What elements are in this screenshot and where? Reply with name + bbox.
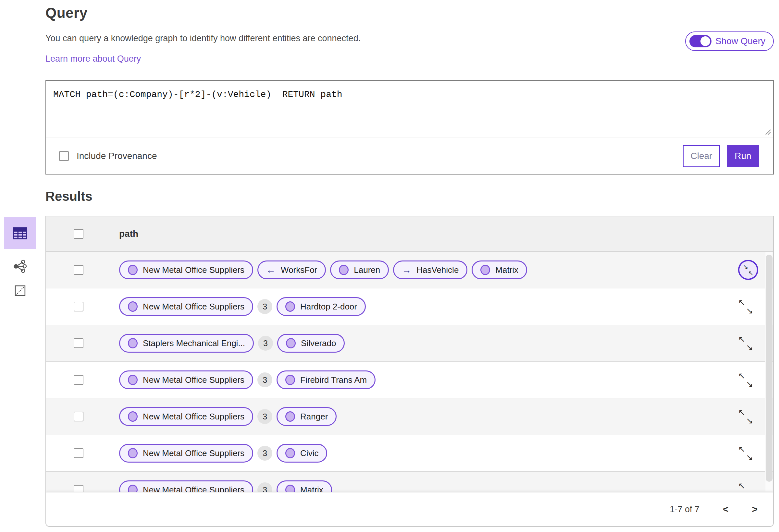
node-pill[interactable]: Lauren [330,261,389,279]
collapsed-hops-count-badge[interactable]: 3 [257,299,272,314]
previous-page-button[interactable]: < [723,504,729,515]
graph-icon [13,259,27,273]
node-pill[interactable]: Hardtop 2-door [277,297,366,316]
show-query-toggle[interactable]: Show Query [685,31,774,51]
expand-row-button[interactable]: ↖↘ [738,373,753,387]
table-header-row: path [46,216,773,252]
node-circle-icon [480,265,490,275]
arrow-left-icon: ← [266,265,276,275]
graph-view-button[interactable] [13,259,27,273]
toggle-switch-icon[interactable] [690,35,712,47]
node-circle-icon [285,411,295,422]
row-checkbox[interactable] [74,302,83,312]
pill-label: Hardtop 2-door [300,302,357,312]
pill-label: HasVehicle [416,265,459,275]
row-checkbox[interactable] [74,448,83,458]
results-title: Results [46,189,774,204]
view-switcher-rail [4,217,36,297]
next-page-button[interactable]: > [752,504,758,515]
map-view-button[interactable] [13,284,27,297]
pill-label: Ranger [300,412,328,422]
pill-label: New Metal Office Suppliers [143,412,244,422]
node-pill[interactable]: New Metal Office Suppliers [119,297,253,316]
results-table: path New Metal Office Suppliers←WorksFor… [46,216,774,527]
expand-row-button[interactable]: ↖↘ [738,336,753,351]
include-provenance-label: Include Provenance [77,151,157,161]
pill-label: New Metal Office Suppliers [143,375,244,385]
pill-label: Silverado [301,338,336,348]
row-checkbox[interactable] [74,265,83,275]
run-button[interactable]: Run [727,145,759,167]
node-pill[interactable]: New Metal Office Suppliers [119,261,253,279]
pill-label: New Metal Office Suppliers [143,302,244,312]
collapsed-hops-count-badge[interactable]: 3 [257,373,272,387]
table-row: New Metal Office Suppliers←WorksForLaure… [46,252,773,288]
pill-label: Firebird Trans Am [300,375,367,385]
node-pill[interactable]: Civic [277,444,327,463]
edge-pill[interactable]: →HasVehicle [393,261,467,279]
node-pill[interactable]: New Metal Office Suppliers [119,407,253,426]
node-circle-icon [128,375,138,385]
select-all-checkbox[interactable] [74,229,83,239]
table-row: New Metal Office Suppliers3Civic↖↘ [46,435,773,472]
expand-row-button[interactable]: ↖↘ [738,409,753,424]
node-circle-icon [128,302,138,312]
pill-label: Lauren [354,265,380,275]
collapse-row-button[interactable]: ↘↖ [738,260,758,280]
clear-button[interactable]: Clear [683,145,720,167]
node-pill[interactable]: New Metal Office Suppliers [119,444,253,463]
learn-more-link[interactable]: Learn more about Query [46,54,141,64]
include-provenance-checkbox[interactable] [59,151,69,161]
node-pill[interactable]: Staplers Mechanical Engi... [119,334,254,353]
node-pill[interactable]: Firebird Trans Am [277,371,375,389]
node-circle-icon [128,448,138,458]
edge-pill[interactable]: ←WorksFor [257,261,326,279]
arrow-right-icon: → [402,265,411,275]
row-checkbox[interactable] [74,338,83,348]
table-row: Staplers Mechanical Engi...3Silverado↖↘ [46,325,773,362]
expand-row-button[interactable]: ↖↘ [738,299,753,314]
pill-label: New Metal Office Suppliers [143,265,244,275]
row-checkbox[interactable] [74,412,83,421]
node-pill[interactable]: Ranger [277,407,337,426]
node-circle-icon [128,265,138,275]
query-description: You can query a knowledge graph to ident… [46,34,774,44]
collapsed-hops-count-badge[interactable]: 3 [258,336,273,351]
show-query-label: Show Query [715,36,765,46]
pill-label: Matrix [495,265,518,275]
table-view-button[interactable] [4,217,36,249]
pill-label: Civic [300,448,318,458]
query-editor-panel: MATCH path=(c:Company)-[r*2]-(v:Vehicle)… [46,80,774,175]
table-row: New Metal Office Suppliers3Ranger↖↘ [46,398,773,435]
node-circle-icon [285,302,295,312]
collapsed-hops-count-badge[interactable]: 3 [257,409,272,424]
path-column-header: path [119,229,138,239]
main-content: Query You can query a knowledge graph to… [46,0,774,527]
expand-row-button[interactable]: ↖↘ [738,446,753,461]
pill-label: Staplers Mechanical Engi... [143,338,245,348]
query-input[interactable]: MATCH path=(c:Company)-[r*2]-(v:Vehicle)… [46,81,773,138]
node-circle-icon [339,265,349,275]
pagination-range-label: 1-7 of 7 [670,505,700,515]
node-pill[interactable]: Matrix [472,261,527,279]
node-pill[interactable]: New Metal Office Suppliers [119,371,253,389]
map-icon [13,284,27,297]
vertical-scrollbar[interactable] [765,252,773,491]
table-row: New Metal Office Suppliers3Firebird Tran… [46,362,773,398]
node-circle-icon [128,411,138,422]
resize-handle-icon[interactable] [764,128,772,136]
pill-label: New Metal Office Suppliers [143,448,244,458]
pagination-bar: 1-7 of 7 < > [46,492,773,526]
page-title: Query [46,5,774,21]
table-row: New Metal Office Suppliers3Hardtop 2-doo… [46,288,773,325]
node-pill[interactable]: Silverado [277,334,345,353]
node-circle-icon [128,338,138,348]
row-checkbox[interactable] [74,375,83,385]
scrollbar-thumb[interactable] [766,255,773,482]
table-body: New Metal Office Suppliers←WorksForLaure… [46,252,773,508]
node-circle-icon [285,448,295,458]
table-icon [11,224,29,242]
pill-label: WorksFor [281,265,317,275]
node-circle-icon [286,338,296,348]
collapsed-hops-count-badge[interactable]: 3 [257,446,272,461]
